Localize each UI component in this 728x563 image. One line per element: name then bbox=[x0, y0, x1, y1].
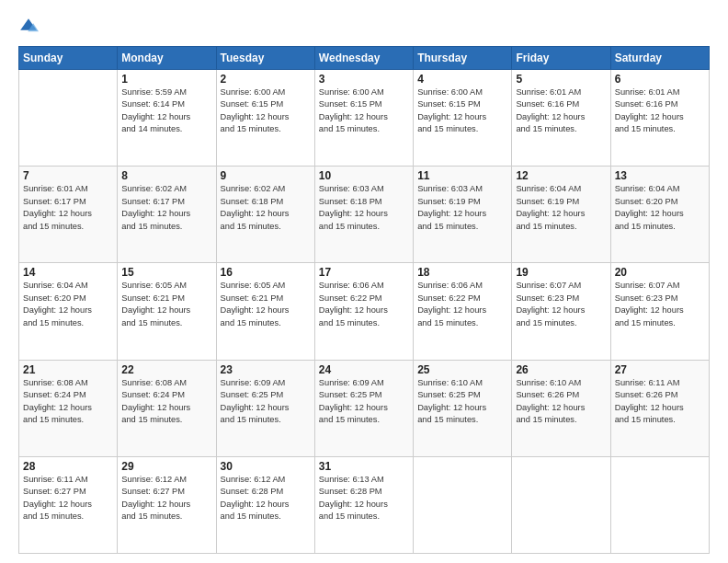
day-info: Sunrise: 6:09 AMSunset: 6:25 PMDaylight:… bbox=[221, 377, 311, 427]
day-number: 25 bbox=[417, 363, 507, 376]
day-info: Sunrise: 6:11 AMSunset: 6:27 PMDaylight:… bbox=[23, 474, 113, 523]
calendar-week-row: 21Sunrise: 6:08 AMSunset: 6:24 PMDayligh… bbox=[19, 360, 710, 456]
calendar-cell: 6Sunrise: 6:01 AMSunset: 6:16 PMDaylight… bbox=[610, 70, 709, 167]
calendar-cell: 5Sunrise: 6:01 AMSunset: 6:16 PMDaylight… bbox=[512, 70, 610, 167]
day-number: 18 bbox=[417, 266, 507, 279]
calendar-cell: 30Sunrise: 6:12 AMSunset: 6:28 PMDayligh… bbox=[216, 456, 314, 553]
day-number: 16 bbox=[221, 266, 311, 279]
calendar-week-row: 14Sunrise: 6:04 AMSunset: 6:20 PMDayligh… bbox=[19, 263, 710, 360]
day-info: Sunrise: 6:12 AMSunset: 6:27 PMDaylight:… bbox=[121, 474, 211, 523]
day-number: 17 bbox=[319, 266, 409, 279]
day-info: Sunrise: 6:00 AMSunset: 6:15 PMDaylight:… bbox=[221, 86, 311, 136]
day-info: Sunrise: 6:03 AMSunset: 6:18 PMDaylight:… bbox=[319, 183, 409, 233]
day-info: Sunrise: 6:05 AMSunset: 6:21 PMDaylight:… bbox=[221, 280, 311, 329]
day-info: Sunrise: 6:01 AMSunset: 6:16 PMDaylight:… bbox=[516, 86, 606, 136]
day-info: Sunrise: 5:59 AMSunset: 6:14 PMDaylight:… bbox=[121, 86, 211, 136]
calendar-cell: 1Sunrise: 5:59 AMSunset: 6:14 PMDaylight… bbox=[118, 70, 216, 167]
day-number: 24 bbox=[319, 363, 409, 376]
calendar-cell bbox=[414, 456, 512, 553]
calendar-week-row: 1Sunrise: 5:59 AMSunset: 6:14 PMDaylight… bbox=[19, 70, 710, 167]
day-info: Sunrise: 6:13 AMSunset: 6:28 PMDaylight:… bbox=[319, 474, 409, 523]
day-info: Sunrise: 6:10 AMSunset: 6:26 PMDaylight:… bbox=[516, 377, 606, 427]
day-number: 10 bbox=[319, 169, 409, 182]
day-number: 12 bbox=[516, 169, 606, 182]
day-info: Sunrise: 6:06 AMSunset: 6:22 PMDaylight:… bbox=[319, 280, 409, 329]
day-number: 26 bbox=[516, 363, 606, 376]
weekday-header-sunday: Sunday bbox=[19, 47, 118, 70]
calendar-cell: 13Sunrise: 6:04 AMSunset: 6:20 PMDayligh… bbox=[610, 167, 709, 263]
day-number: 22 bbox=[121, 363, 211, 376]
day-number: 1 bbox=[121, 73, 211, 86]
day-number: 21 bbox=[23, 363, 113, 376]
day-info: Sunrise: 6:02 AMSunset: 6:17 PMDaylight:… bbox=[121, 183, 211, 233]
calendar-cell: 17Sunrise: 6:06 AMSunset: 6:22 PMDayligh… bbox=[314, 263, 413, 360]
calendar-cell: 22Sunrise: 6:08 AMSunset: 6:24 PMDayligh… bbox=[118, 360, 216, 456]
calendar-cell: 2Sunrise: 6:00 AMSunset: 6:15 PMDaylight… bbox=[216, 70, 314, 167]
calendar-week-row: 28Sunrise: 6:11 AMSunset: 6:27 PMDayligh… bbox=[19, 456, 710, 553]
calendar-cell: 12Sunrise: 6:04 AMSunset: 6:19 PMDayligh… bbox=[512, 167, 610, 263]
header bbox=[18, 17, 710, 37]
day-number: 9 bbox=[221, 169, 311, 182]
day-number: 19 bbox=[516, 266, 606, 279]
day-number: 5 bbox=[516, 73, 606, 86]
day-number: 11 bbox=[417, 169, 507, 182]
day-info: Sunrise: 6:01 AMSunset: 6:16 PMDaylight:… bbox=[615, 86, 705, 136]
day-number: 20 bbox=[615, 266, 705, 279]
day-number: 8 bbox=[121, 169, 211, 182]
day-number: 6 bbox=[615, 73, 705, 86]
calendar-cell: 27Sunrise: 6:11 AMSunset: 6:26 PMDayligh… bbox=[610, 360, 709, 456]
day-number: 13 bbox=[615, 169, 705, 182]
calendar-cell: 7Sunrise: 6:01 AMSunset: 6:17 PMDaylight… bbox=[19, 167, 118, 263]
calendar-cell bbox=[19, 70, 118, 167]
day-info: Sunrise: 6:08 AMSunset: 6:24 PMDaylight:… bbox=[121, 377, 211, 427]
page: SundayMondayTuesdayWednesdayThursdayFrid… bbox=[0, 0, 728, 563]
day-info: Sunrise: 6:04 AMSunset: 6:19 PMDaylight:… bbox=[516, 183, 606, 233]
weekday-header-wednesday: Wednesday bbox=[314, 47, 413, 70]
calendar-cell: 31Sunrise: 6:13 AMSunset: 6:28 PMDayligh… bbox=[314, 456, 413, 553]
day-number: 15 bbox=[121, 266, 211, 279]
day-info: Sunrise: 6:12 AMSunset: 6:28 PMDaylight:… bbox=[221, 474, 311, 523]
calendar-cell bbox=[610, 456, 709, 553]
day-number: 14 bbox=[23, 266, 113, 279]
weekday-header-friday: Friday bbox=[512, 47, 610, 70]
weekday-header-row: SundayMondayTuesdayWednesdayThursdayFrid… bbox=[19, 47, 710, 70]
day-info: Sunrise: 6:03 AMSunset: 6:19 PMDaylight:… bbox=[417, 183, 507, 233]
calendar-cell: 25Sunrise: 6:10 AMSunset: 6:25 PMDayligh… bbox=[414, 360, 512, 456]
calendar-table: SundayMondayTuesdayWednesdayThursdayFrid… bbox=[18, 46, 710, 554]
day-number: 29 bbox=[121, 460, 211, 473]
day-info: Sunrise: 6:07 AMSunset: 6:23 PMDaylight:… bbox=[615, 280, 705, 329]
day-number: 31 bbox=[319, 460, 409, 473]
day-number: 3 bbox=[319, 73, 409, 86]
day-number: 23 bbox=[221, 363, 311, 376]
logo bbox=[18, 17, 42, 37]
day-number: 28 bbox=[23, 460, 113, 473]
day-number: 7 bbox=[23, 169, 113, 182]
calendar-cell: 16Sunrise: 6:05 AMSunset: 6:21 PMDayligh… bbox=[216, 263, 314, 360]
day-number: 30 bbox=[221, 460, 311, 473]
calendar-cell: 19Sunrise: 6:07 AMSunset: 6:23 PMDayligh… bbox=[512, 263, 610, 360]
day-info: Sunrise: 6:06 AMSunset: 6:22 PMDaylight:… bbox=[417, 280, 507, 329]
day-info: Sunrise: 6:02 AMSunset: 6:18 PMDaylight:… bbox=[221, 183, 311, 233]
calendar-cell: 11Sunrise: 6:03 AMSunset: 6:19 PMDayligh… bbox=[414, 167, 512, 263]
calendar-cell bbox=[512, 456, 610, 553]
day-number: 4 bbox=[417, 73, 507, 86]
calendar-cell: 4Sunrise: 6:00 AMSunset: 6:15 PMDaylight… bbox=[414, 70, 512, 167]
calendar-cell: 8Sunrise: 6:02 AMSunset: 6:17 PMDaylight… bbox=[118, 167, 216, 263]
calendar-cell: 26Sunrise: 6:10 AMSunset: 6:26 PMDayligh… bbox=[512, 360, 610, 456]
calendar-cell: 3Sunrise: 6:00 AMSunset: 6:15 PMDaylight… bbox=[314, 70, 413, 167]
calendar-cell: 21Sunrise: 6:08 AMSunset: 6:24 PMDayligh… bbox=[19, 360, 118, 456]
calendar-cell: 10Sunrise: 6:03 AMSunset: 6:18 PMDayligh… bbox=[314, 167, 413, 263]
day-info: Sunrise: 6:10 AMSunset: 6:25 PMDaylight:… bbox=[417, 377, 507, 427]
calendar-cell: 28Sunrise: 6:11 AMSunset: 6:27 PMDayligh… bbox=[19, 456, 118, 553]
calendar-cell: 20Sunrise: 6:07 AMSunset: 6:23 PMDayligh… bbox=[610, 263, 709, 360]
day-info: Sunrise: 6:07 AMSunset: 6:23 PMDaylight:… bbox=[516, 280, 606, 329]
day-info: Sunrise: 6:00 AMSunset: 6:15 PMDaylight:… bbox=[319, 86, 409, 136]
calendar-cell: 14Sunrise: 6:04 AMSunset: 6:20 PMDayligh… bbox=[19, 263, 118, 360]
day-info: Sunrise: 6:01 AMSunset: 6:17 PMDaylight:… bbox=[23, 183, 113, 233]
day-info: Sunrise: 6:04 AMSunset: 6:20 PMDaylight:… bbox=[23, 280, 113, 329]
weekday-header-saturday: Saturday bbox=[610, 47, 709, 70]
day-info: Sunrise: 6:04 AMSunset: 6:20 PMDaylight:… bbox=[615, 183, 705, 233]
logo-icon bbox=[18, 17, 39, 37]
day-number: 2 bbox=[221, 73, 311, 86]
day-number: 27 bbox=[615, 363, 705, 376]
